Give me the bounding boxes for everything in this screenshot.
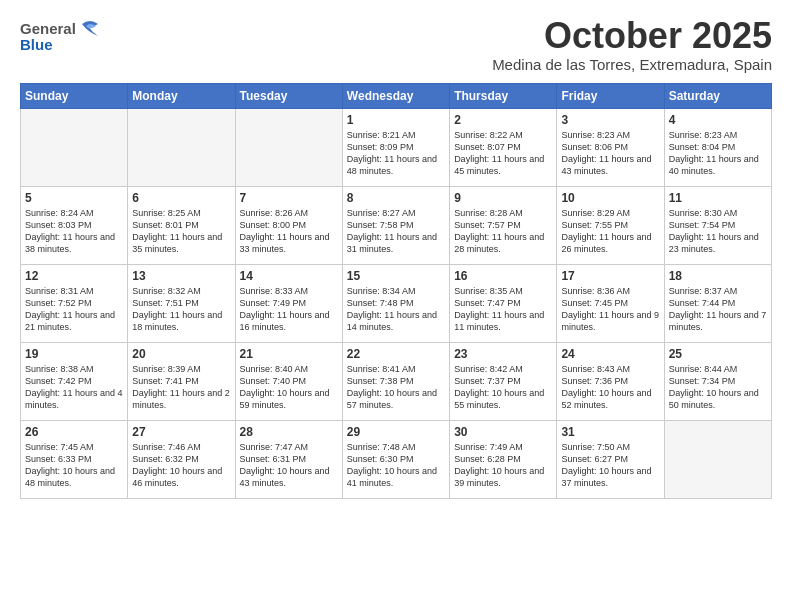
day-cell: 3Sunrise: 8:23 AM Sunset: 8:06 PM Daylig…: [557, 108, 664, 186]
day-info: Sunrise: 8:32 AM Sunset: 7:51 PM Dayligh…: [132, 285, 230, 334]
day-number: 17: [561, 269, 659, 283]
day-cell: 11Sunrise: 8:30 AM Sunset: 7:54 PM Dayli…: [664, 186, 771, 264]
day-number: 10: [561, 191, 659, 205]
day-cell: [664, 420, 771, 498]
col-header-saturday: Saturday: [664, 83, 771, 108]
day-cell: 10Sunrise: 8:29 AM Sunset: 7:55 PM Dayli…: [557, 186, 664, 264]
day-cell: 24Sunrise: 8:43 AM Sunset: 7:36 PM Dayli…: [557, 342, 664, 420]
day-cell: 9Sunrise: 8:28 AM Sunset: 7:57 PM Daylig…: [450, 186, 557, 264]
day-number: 30: [454, 425, 552, 439]
day-number: 3: [561, 113, 659, 127]
page: General Blue October 2025 Medina de las …: [0, 0, 792, 612]
day-cell: 29Sunrise: 7:48 AM Sunset: 6:30 PM Dayli…: [342, 420, 449, 498]
day-cell: 31Sunrise: 7:50 AM Sunset: 6:27 PM Dayli…: [557, 420, 664, 498]
col-header-sunday: Sunday: [21, 83, 128, 108]
day-info: Sunrise: 8:43 AM Sunset: 7:36 PM Dayligh…: [561, 363, 659, 412]
day-cell: 2Sunrise: 8:22 AM Sunset: 8:07 PM Daylig…: [450, 108, 557, 186]
day-info: Sunrise: 8:35 AM Sunset: 7:47 PM Dayligh…: [454, 285, 552, 334]
col-header-tuesday: Tuesday: [235, 83, 342, 108]
location-subtitle: Medina de las Torres, Extremadura, Spain: [492, 56, 772, 73]
day-info: Sunrise: 8:33 AM Sunset: 7:49 PM Dayligh…: [240, 285, 338, 334]
day-cell: 12Sunrise: 8:31 AM Sunset: 7:52 PM Dayli…: [21, 264, 128, 342]
week-row-4: 19Sunrise: 8:38 AM Sunset: 7:42 PM Dayli…: [21, 342, 772, 420]
day-number: 26: [25, 425, 123, 439]
day-cell: 25Sunrise: 8:44 AM Sunset: 7:34 PM Dayli…: [664, 342, 771, 420]
day-number: 2: [454, 113, 552, 127]
day-cell: 15Sunrise: 8:34 AM Sunset: 7:48 PM Dayli…: [342, 264, 449, 342]
day-number: 24: [561, 347, 659, 361]
week-row-5: 26Sunrise: 7:45 AM Sunset: 6:33 PM Dayli…: [21, 420, 772, 498]
day-number: 22: [347, 347, 445, 361]
day-number: 4: [669, 113, 767, 127]
day-cell: 8Sunrise: 8:27 AM Sunset: 7:58 PM Daylig…: [342, 186, 449, 264]
day-cell: 13Sunrise: 8:32 AM Sunset: 7:51 PM Dayli…: [128, 264, 235, 342]
day-number: 25: [669, 347, 767, 361]
week-row-2: 5Sunrise: 8:24 AM Sunset: 8:03 PM Daylig…: [21, 186, 772, 264]
day-cell: 26Sunrise: 7:45 AM Sunset: 6:33 PM Dayli…: [21, 420, 128, 498]
day-info: Sunrise: 8:27 AM Sunset: 7:58 PM Dayligh…: [347, 207, 445, 256]
col-header-monday: Monday: [128, 83, 235, 108]
day-number: 7: [240, 191, 338, 205]
logo-svg: General Blue: [20, 16, 110, 56]
col-header-thursday: Thursday: [450, 83, 557, 108]
day-info: Sunrise: 7:46 AM Sunset: 6:32 PM Dayligh…: [132, 441, 230, 490]
col-header-friday: Friday: [557, 83, 664, 108]
day-cell: [235, 108, 342, 186]
day-cell: 4Sunrise: 8:23 AM Sunset: 8:04 PM Daylig…: [664, 108, 771, 186]
day-number: 5: [25, 191, 123, 205]
day-number: 15: [347, 269, 445, 283]
day-cell: 19Sunrise: 8:38 AM Sunset: 7:42 PM Dayli…: [21, 342, 128, 420]
day-cell: [128, 108, 235, 186]
day-number: 28: [240, 425, 338, 439]
day-number: 9: [454, 191, 552, 205]
header: General Blue October 2025 Medina de las …: [20, 16, 772, 73]
day-info: Sunrise: 8:23 AM Sunset: 8:06 PM Dayligh…: [561, 129, 659, 178]
day-cell: 20Sunrise: 8:39 AM Sunset: 7:41 PM Dayli…: [128, 342, 235, 420]
svg-text:Blue: Blue: [20, 36, 53, 53]
day-cell: [21, 108, 128, 186]
day-cell: 17Sunrise: 8:36 AM Sunset: 7:45 PM Dayli…: [557, 264, 664, 342]
day-cell: 22Sunrise: 8:41 AM Sunset: 7:38 PM Dayli…: [342, 342, 449, 420]
day-number: 20: [132, 347, 230, 361]
day-info: Sunrise: 7:45 AM Sunset: 6:33 PM Dayligh…: [25, 441, 123, 490]
day-number: 8: [347, 191, 445, 205]
day-info: Sunrise: 8:30 AM Sunset: 7:54 PM Dayligh…: [669, 207, 767, 256]
day-number: 12: [25, 269, 123, 283]
day-number: 1: [347, 113, 445, 127]
day-cell: 16Sunrise: 8:35 AM Sunset: 7:47 PM Dayli…: [450, 264, 557, 342]
day-number: 18: [669, 269, 767, 283]
day-info: Sunrise: 8:21 AM Sunset: 8:09 PM Dayligh…: [347, 129, 445, 178]
day-info: Sunrise: 8:39 AM Sunset: 7:41 PM Dayligh…: [132, 363, 230, 412]
day-cell: 27Sunrise: 7:46 AM Sunset: 6:32 PM Dayli…: [128, 420, 235, 498]
day-number: 23: [454, 347, 552, 361]
day-cell: 30Sunrise: 7:49 AM Sunset: 6:28 PM Dayli…: [450, 420, 557, 498]
day-number: 6: [132, 191, 230, 205]
col-header-wednesday: Wednesday: [342, 83, 449, 108]
header-row: SundayMondayTuesdayWednesdayThursdayFrid…: [21, 83, 772, 108]
day-number: 14: [240, 269, 338, 283]
svg-text:General: General: [20, 20, 76, 37]
day-number: 31: [561, 425, 659, 439]
day-info: Sunrise: 7:49 AM Sunset: 6:28 PM Dayligh…: [454, 441, 552, 490]
day-number: 16: [454, 269, 552, 283]
week-row-1: 1Sunrise: 8:21 AM Sunset: 8:09 PM Daylig…: [21, 108, 772, 186]
day-info: Sunrise: 8:28 AM Sunset: 7:57 PM Dayligh…: [454, 207, 552, 256]
logo: General Blue: [20, 16, 110, 56]
day-cell: 14Sunrise: 8:33 AM Sunset: 7:49 PM Dayli…: [235, 264, 342, 342]
day-number: 29: [347, 425, 445, 439]
day-info: Sunrise: 7:50 AM Sunset: 6:27 PM Dayligh…: [561, 441, 659, 490]
day-cell: 7Sunrise: 8:26 AM Sunset: 8:00 PM Daylig…: [235, 186, 342, 264]
day-info: Sunrise: 8:41 AM Sunset: 7:38 PM Dayligh…: [347, 363, 445, 412]
day-cell: 21Sunrise: 8:40 AM Sunset: 7:40 PM Dayli…: [235, 342, 342, 420]
day-info: Sunrise: 8:44 AM Sunset: 7:34 PM Dayligh…: [669, 363, 767, 412]
day-info: Sunrise: 8:26 AM Sunset: 8:00 PM Dayligh…: [240, 207, 338, 256]
day-info: Sunrise: 8:42 AM Sunset: 7:37 PM Dayligh…: [454, 363, 552, 412]
day-info: Sunrise: 8:38 AM Sunset: 7:42 PM Dayligh…: [25, 363, 123, 412]
day-cell: 23Sunrise: 8:42 AM Sunset: 7:37 PM Dayli…: [450, 342, 557, 420]
day-info: Sunrise: 7:48 AM Sunset: 6:30 PM Dayligh…: [347, 441, 445, 490]
day-cell: 18Sunrise: 8:37 AM Sunset: 7:44 PM Dayli…: [664, 264, 771, 342]
day-info: Sunrise: 8:40 AM Sunset: 7:40 PM Dayligh…: [240, 363, 338, 412]
day-number: 21: [240, 347, 338, 361]
day-info: Sunrise: 7:47 AM Sunset: 6:31 PM Dayligh…: [240, 441, 338, 490]
week-row-3: 12Sunrise: 8:31 AM Sunset: 7:52 PM Dayli…: [21, 264, 772, 342]
